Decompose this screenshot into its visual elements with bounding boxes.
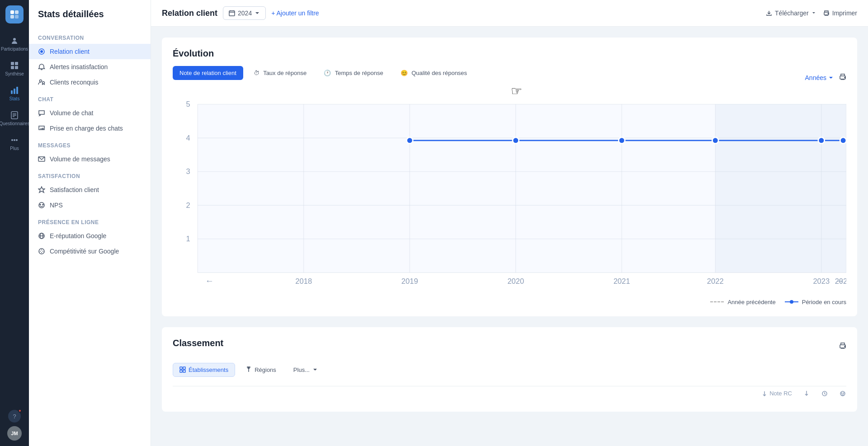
chart-tabs: Note de relation client ⏱ Taux de répons…	[173, 66, 474, 80]
years-dropdown[interactable]: Années	[805, 74, 834, 81]
print-button[interactable]: Imprimer	[823, 9, 857, 17]
svg-point-86	[841, 393, 842, 394]
svg-rect-7	[11, 66, 14, 69]
svg-point-76	[840, 137, 846, 144]
sidebar-item-relation-client[interactable]: Relation client	[29, 44, 151, 59]
svg-text:2: 2	[186, 201, 190, 210]
chart-legend: Année précédente Période en cours	[173, 299, 846, 305]
sidebar-item-competitivite[interactable]: Compétitivité sur Google	[29, 244, 151, 259]
tab-taux-reponse[interactable]: ⏱ Taux de réponse	[247, 66, 314, 80]
svg-rect-79	[180, 367, 182, 369]
svg-point-20	[40, 50, 43, 53]
classement-tabs: Établissements Régions Plus...	[173, 363, 846, 377]
participations-label: Participations	[1, 47, 28, 52]
svg-point-75	[818, 137, 825, 144]
svg-rect-9	[11, 90, 13, 94]
section-label-presence: Présence en ligne	[29, 213, 151, 228]
legend-current: Période en cours	[785, 299, 846, 305]
column-note-rc[interactable]: Note RC	[761, 390, 792, 397]
svg-point-87	[843, 393, 844, 394]
response-sort-icon	[803, 390, 810, 397]
sidebar: Stats détaillées Conversation Relation c…	[29, 0, 151, 446]
sidebar-item-stats[interactable]: Stats	[2, 82, 27, 105]
svg-text:4: 4	[186, 134, 190, 142]
chart-print-icon	[839, 73, 846, 80]
svg-point-4	[13, 38, 16, 41]
classement-print-button[interactable]	[839, 342, 846, 351]
svg-point-16	[11, 139, 13, 141]
svg-rect-3	[15, 15, 19, 19]
svg-rect-11	[16, 87, 18, 94]
sidebar-item-alertes[interactable]: Alertes insatisfaction	[29, 59, 151, 75]
sidebar-item-ereputation[interactable]: E-réputation Google	[29, 228, 151, 244]
sidebar-item-prise-en-charge[interactable]: Prise en charge des chats	[29, 121, 151, 136]
classement-header: Classement	[173, 338, 846, 356]
evolution-section: Évolution Note de relation client ⏱ Taux…	[162, 38, 857, 316]
svg-text:2021: 2021	[613, 277, 630, 286]
user-avatar[interactable]: JM	[7, 426, 22, 441]
evolution-title: Évolution	[173, 48, 846, 59]
sidebar-item-questionnaires[interactable]: Questionnaires	[2, 107, 27, 130]
sidebar-item-volume-chat[interactable]: Volume de chat	[29, 105, 151, 121]
app-logo[interactable]	[5, 5, 24, 23]
section-label-satisfaction: Satisfaction	[29, 167, 151, 182]
column-emoji-icon	[839, 390, 846, 397]
tab-etablissements[interactable]: Établissements	[173, 363, 235, 377]
svg-point-78	[844, 346, 845, 347]
sidebar-item-synthese[interactable]: Synthèse	[2, 57, 27, 80]
section-label-chat: Chat	[29, 90, 151, 105]
plus-label: Plus	[10, 146, 19, 151]
main-header: Relation client 2024 + Ajouter un filtre	[151, 0, 868, 27]
year-filter[interactable]: 2024	[223, 6, 266, 20]
page-title: Relation client	[162, 9, 217, 18]
download-chevron-icon	[811, 11, 816, 15]
synthese-label: Synthèse	[5, 71, 24, 77]
stats-label: Stats	[9, 96, 20, 102]
sidebar-item-volume-messages[interactable]: Volume de messages	[29, 151, 151, 167]
svg-rect-80	[183, 367, 185, 369]
chart-print-button[interactable]	[839, 73, 846, 82]
sidebar-item-participations[interactable]: Participations	[2, 33, 27, 56]
svg-point-17	[14, 139, 15, 141]
svg-rect-8	[15, 66, 18, 69]
svg-point-38	[828, 13, 829, 14]
svg-text:5: 5	[186, 100, 190, 108]
add-filter-button[interactable]: + Ajouter un filtre	[271, 9, 319, 17]
table-header: Note RC	[173, 386, 846, 401]
evolution-chart: 5 4 3 2 1 2018 2019 2020 2021 2022 2023 …	[173, 98, 846, 293]
regions-icon	[245, 366, 252, 373]
calendar-icon	[229, 10, 235, 16]
download-icon	[766, 10, 772, 16]
svg-rect-1	[15, 10, 19, 14]
header-right: Télécharger Imprimer	[766, 9, 857, 17]
chart-controls: Années	[805, 73, 846, 82]
svg-text:←: ←	[205, 276, 214, 286]
etablissements-icon	[179, 366, 186, 373]
sidebar-item-clients-reconquis[interactable]: Clients reconquis	[29, 75, 151, 90]
svg-point-74	[712, 137, 718, 144]
quality-sort-icon	[839, 390, 846, 397]
svg-rect-10	[14, 89, 15, 94]
plus-chevron-icon	[312, 367, 318, 372]
header-left: Relation client 2024 + Ajouter un filtre	[162, 6, 319, 20]
tab-plus[interactable]: Plus...	[287, 363, 325, 377]
svg-rect-6	[15, 62, 18, 65]
help-button[interactable]: ?	[8, 410, 21, 423]
sidebar-item-nps[interactable]: NPS	[29, 197, 151, 213]
sidebar-item-satisfaction-client[interactable]: Satisfaction client	[29, 182, 151, 197]
svg-point-72	[513, 137, 519, 144]
tab-temps-reponse[interactable]: 🕐 Temps de réponse	[317, 66, 390, 80]
questionnaires-label: Questionnaires	[0, 121, 30, 127]
sort-down-icon	[761, 390, 768, 397]
tab-qualite-reponses[interactable]: 😊 Qualité des réponses	[394, 66, 474, 80]
svg-text:2020: 2020	[507, 277, 524, 286]
column-response-icon	[803, 390, 810, 397]
svg-rect-33	[229, 11, 235, 16]
tab-note-relation[interactable]: Note de relation client	[173, 66, 243, 80]
download-button[interactable]: Télécharger	[766, 9, 816, 17]
svg-rect-2	[10, 15, 14, 19]
tab-regions[interactable]: Régions	[239, 363, 283, 377]
sidebar-item-plus[interactable]: Plus	[2, 132, 27, 155]
svg-text:2019: 2019	[401, 277, 418, 286]
main-area: Relation client 2024 + Ajouter un filtre	[151, 0, 868, 446]
